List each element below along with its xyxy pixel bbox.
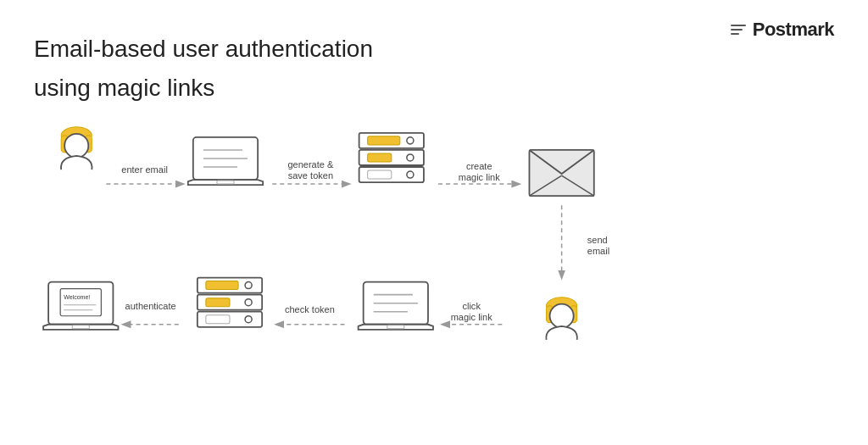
page: Postmark Email-based user authentication… — [0, 0, 868, 445]
diagram: enter email generate & save token — [25, 110, 843, 428]
label-email: email — [587, 246, 609, 256]
logo-text: Postmark — [753, 19, 834, 41]
server-bottom — [198, 278, 262, 327]
svg-text:Welcome!: Welcome! — [64, 294, 90, 300]
svg-point-3 — [64, 134, 88, 158]
label-check-token: check token — [285, 304, 335, 314]
label-magic-link1: magic link — [459, 172, 501, 182]
postmark-logo: Postmark — [731, 19, 834, 41]
person-bottom-right — [546, 298, 577, 340]
logo-icon — [731, 25, 746, 35]
label-create: create — [466, 161, 492, 171]
svg-rect-41 — [206, 298, 230, 307]
svg-rect-14 — [368, 136, 400, 145]
svg-rect-47 — [60, 289, 101, 316]
envelope — [529, 150, 593, 196]
label-enter-email: enter email — [121, 164, 168, 175]
page-title: Email-based user authentication using ma… — [34, 34, 834, 104]
laptop-top — [188, 137, 263, 185]
svg-rect-39 — [206, 281, 238, 290]
label-save-token: save token — [288, 170, 333, 181]
label-authenticate: authenticate — [125, 301, 176, 311]
title-line2: using magic links — [34, 73, 834, 103]
logo-line-1 — [731, 25, 746, 26]
label-click: click — [462, 301, 481, 311]
person-top-left — [61, 127, 92, 170]
laptop-bottom-right — [359, 282, 433, 330]
label-generate: generate & — [287, 159, 334, 170]
title-line1: Email-based user authentication — [34, 34, 834, 64]
label-magic-link2: magic link — [451, 312, 493, 322]
svg-rect-16 — [368, 153, 392, 162]
server-top — [359, 133, 424, 182]
label-send-email: send — [587, 235, 608, 245]
svg-point-28 — [550, 304, 574, 328]
laptop-bottom-left: Welcome! — [43, 282, 118, 330]
logo-line-3 — [731, 33, 739, 35]
logo-line-2 — [731, 29, 743, 31]
